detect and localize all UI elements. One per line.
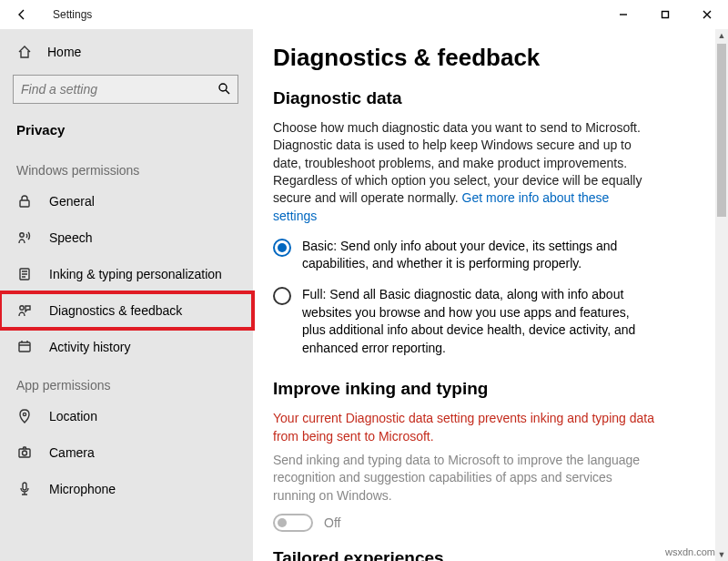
svg-point-7 bbox=[23, 413, 25, 415]
sidebar: Home Privacy Windows permissions General… bbox=[0, 29, 253, 561]
sidebar-item-activity[interactable]: Activity history bbox=[0, 329, 253, 365]
close-button[interactable] bbox=[686, 0, 728, 29]
nav-label: Inking & typing personalization bbox=[49, 267, 222, 281]
location-icon bbox=[16, 408, 33, 424]
sidebar-item-location[interactable]: Location bbox=[0, 398, 253, 434]
feedback-icon bbox=[16, 302, 33, 319]
tailored-heading: Tailored experiences bbox=[273, 548, 717, 561]
nav-label: Diagnostics & feedback bbox=[49, 303, 182, 318]
inking-desc: Send inking and typing data to Microsoft… bbox=[273, 452, 655, 505]
radio-full-label: Full: Send all Basic diagnostic data, al… bbox=[302, 286, 655, 357]
content-pane: Diagnostics & feedback Diagnostic data C… bbox=[253, 29, 728, 561]
radio-basic-label: Basic: Send only info about your device,… bbox=[302, 238, 655, 273]
inking-toggle[interactable] bbox=[273, 514, 313, 532]
nav-label: Microphone bbox=[49, 482, 116, 496]
scroll-up-icon[interactable]: ▲ bbox=[715, 29, 728, 42]
group-label-windows: Windows permissions bbox=[0, 150, 253, 183]
minimize-button[interactable] bbox=[602, 0, 644, 29]
titlebar: Settings bbox=[0, 0, 728, 29]
nav-label: Camera bbox=[49, 445, 95, 460]
sidebar-item-diagnostics[interactable]: Diagnostics & feedback bbox=[0, 292, 253, 329]
inking-warning: Your current Diagnostic data setting pre… bbox=[273, 410, 655, 445]
nav-label: Speech bbox=[49, 230, 92, 245]
diagnostic-heading: Diagnostic data bbox=[273, 88, 717, 108]
speech-icon bbox=[16, 230, 33, 246]
nav-label: Activity history bbox=[49, 340, 130, 354]
scroll-down-icon[interactable]: ▼ bbox=[715, 548, 728, 561]
radio-full-circle[interactable] bbox=[273, 287, 291, 305]
svg-point-1 bbox=[219, 84, 227, 91]
sidebar-item-inking[interactable]: Inking & typing personalization bbox=[0, 256, 253, 292]
mic-icon bbox=[16, 481, 33, 497]
nav-label: General bbox=[49, 194, 95, 209]
history-icon bbox=[16, 339, 33, 355]
scrollbar[interactable]: ▲ ▼ bbox=[715, 29, 728, 561]
sidebar-item-microphone[interactable]: Microphone bbox=[0, 471, 253, 507]
radio-basic-circle[interactable] bbox=[273, 239, 291, 257]
clipboard-icon bbox=[16, 266, 33, 282]
radio-full[interactable]: Full: Send all Basic diagnostic data, al… bbox=[273, 286, 655, 357]
inking-toggle-row: Off bbox=[273, 514, 717, 532]
current-category: Privacy bbox=[0, 111, 253, 150]
page-title: Diagnostics & feedback bbox=[273, 44, 717, 72]
home-label: Home bbox=[47, 45, 81, 59]
scroll-thumb[interactable] bbox=[717, 44, 726, 217]
search-input[interactable] bbox=[21, 82, 217, 97]
window-title: Settings bbox=[53, 8, 92, 21]
search-box[interactable] bbox=[13, 75, 238, 104]
back-button[interactable] bbox=[13, 5, 31, 24]
inking-heading: Improve inking and typing bbox=[273, 379, 717, 399]
diagnostic-intro: Choose how much diagnostic data you want… bbox=[273, 119, 655, 225]
nav-label: Location bbox=[49, 409, 97, 423]
radio-basic[interactable]: Basic: Send only info about your device,… bbox=[273, 238, 655, 273]
svg-point-5 bbox=[20, 306, 24, 310]
maximize-button[interactable] bbox=[644, 0, 686, 29]
lock-icon bbox=[16, 193, 33, 209]
svg-rect-10 bbox=[23, 483, 26, 490]
sidebar-item-speech[interactable]: Speech bbox=[0, 219, 253, 256]
svg-rect-0 bbox=[662, 12, 669, 18]
svg-point-3 bbox=[20, 233, 24, 237]
sidebar-item-camera[interactable]: Camera bbox=[0, 434, 253, 471]
svg-rect-6 bbox=[19, 342, 30, 352]
group-label-app: App permissions bbox=[0, 365, 253, 398]
inking-toggle-label: Off bbox=[324, 515, 340, 530]
camera-icon bbox=[16, 444, 33, 461]
svg-point-9 bbox=[23, 451, 27, 455]
sidebar-item-general[interactable]: General bbox=[0, 183, 253, 219]
search-icon bbox=[217, 82, 230, 97]
watermark: wsxdn.com bbox=[665, 546, 715, 557]
home-link[interactable]: Home bbox=[0, 35, 253, 69]
svg-rect-2 bbox=[20, 200, 29, 207]
home-icon bbox=[16, 44, 33, 60]
